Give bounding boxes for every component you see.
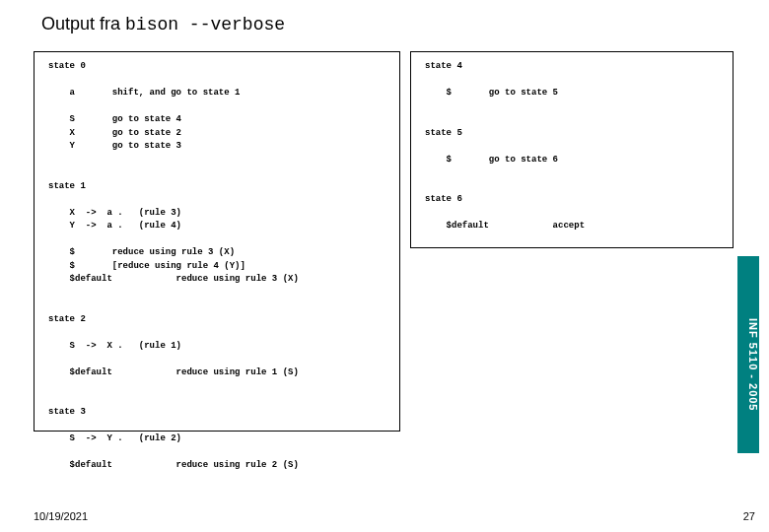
footer-date: 10/19/2021 — [34, 510, 88, 522]
page-number: 27 — [743, 510, 755, 522]
slide-title: Output fra bison --verbose — [41, 14, 285, 34]
bison-output-left: state 0 a shift, and go to state 1 S go … — [34, 51, 400, 432]
title-command: bison --verbose — [125, 15, 285, 34]
course-sidebar: INF 5110 - 2005 — [737, 256, 759, 453]
bison-output-right: state 4 $ go to state 5 state 5 $ go to … — [410, 51, 734, 248]
title-prefix: Output fra — [41, 14, 125, 33]
